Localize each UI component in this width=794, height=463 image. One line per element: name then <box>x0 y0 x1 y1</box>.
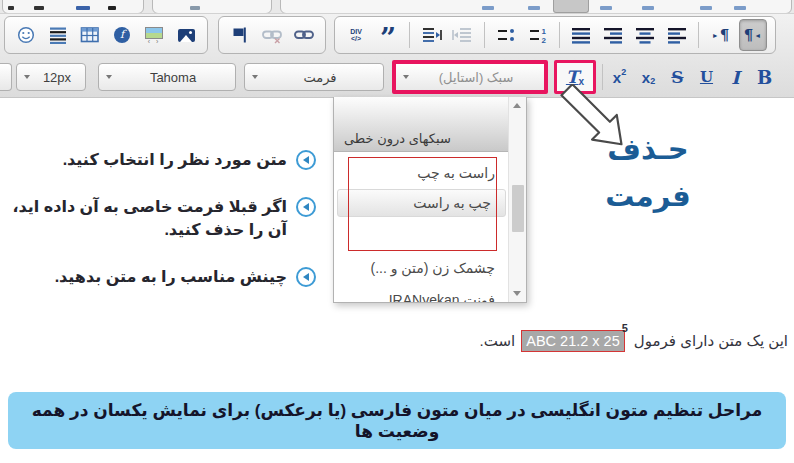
blockquote-icon: ” <box>380 32 396 46</box>
underline-icon: U <box>700 68 713 86</box>
pressed-button-fragment[interactable] <box>553 0 589 13</box>
pilcrow-glyph: ¶ <box>744 26 754 44</box>
font-size-select[interactable]: 12px <box>16 63 86 91</box>
page-lines-button[interactable] <box>45 20 71 50</box>
unlink-button[interactable] <box>259 20 285 50</box>
indent-rtl-button[interactable] <box>418 20 444 50</box>
font-family-select[interactable]: Tahoma <box>98 63 236 91</box>
style-dropdown-panel: سبکهای درون خطی راست به چپ چپ به راست چش… <box>333 97 527 303</box>
paragraph-rtl-button[interactable]: ¶◄ <box>739 19 767 51</box>
toolbar-separator <box>698 22 699 48</box>
footer-banner: مراحل تنظیم متون انگلیسی در میان متون فا… <box>8 392 786 449</box>
formula-suffix: است. <box>480 332 516 350</box>
bulleted-list-button[interactable] <box>493 20 519 50</box>
bullet-arrow-icon <box>296 197 316 217</box>
dropdown-group-header: سبکهای درون خطی <box>334 97 509 152</box>
ol-digit: 2 <box>542 36 547 44</box>
div-container-button[interactable]: DIV </> <box>343 20 369 50</box>
iframe-button[interactable]: ‹ › <box>141 20 167 50</box>
iframe-arrows: ‹ › <box>148 39 161 44</box>
scroll-up-icon[interactable] <box>513 103 521 108</box>
align-left-icon <box>666 26 688 44</box>
bulleted-list-icon <box>496 26 516 44</box>
icon-fragment <box>108 6 116 10</box>
font-family-value: Tahoma <box>119 70 235 85</box>
icon-fragment <box>34 6 44 10</box>
list-item: متن مورد نظر را انتخاب کنید. <box>6 148 316 171</box>
toolbar-separator <box>409 22 410 48</box>
editor-toolbar: f ‹ › <box>0 0 794 98</box>
icon-fragment <box>642 6 654 10</box>
blockquote-button[interactable]: ” <box>375 20 401 50</box>
div-code-glyph: </> <box>351 35 361 42</box>
align-right-icon <box>602 26 624 44</box>
ol-digit: 1 <box>542 27 547 36</box>
icon-fragment <box>482 6 494 10</box>
smiley-icon <box>16 25 36 45</box>
justify-icon <box>570 26 592 44</box>
unlink-icon <box>261 25 283 45</box>
icon-fragment <box>190 6 200 10</box>
superscript-digit: 2 <box>621 67 626 77</box>
dropdown-item-font-iranyekan[interactable]: فونت IRANyekan <box>334 287 509 303</box>
font-size-value: 12px <box>37 70 85 85</box>
anchor-flag-icon <box>230 25 250 45</box>
instruction-text: اگر قبلا فرمت خاصی به آن داده اید، آن را… <box>6 195 287 241</box>
bold-button[interactable]: B <box>750 63 779 91</box>
indent-rtl-icon <box>420 25 442 45</box>
flash-icon: f <box>114 27 130 43</box>
align-left-button[interactable] <box>664 20 690 50</box>
paragraph-format-select[interactable]: فرمت <box>244 63 384 91</box>
dropdown-item-rtl[interactable]: راست به چپ <box>334 160 509 186</box>
flash-button[interactable]: f <box>109 20 135 50</box>
chevron-down-icon <box>252 75 258 79</box>
style-select[interactable]: سبک (استایل) <box>392 60 548 94</box>
link-button[interactable] <box>291 20 317 50</box>
italic-button[interactable]: I <box>721 63 750 91</box>
scroll-down-icon[interactable] <box>513 291 521 296</box>
toolbar-group-fragment <box>2 0 144 14</box>
style-select-value: سبک (استایل) <box>416 70 544 85</box>
iframe-icon <box>145 27 163 39</box>
dropdown-item-blink[interactable]: چشمک زن (متن و ...) <box>334 255 509 281</box>
indent-ltr-button[interactable] <box>450 20 476 50</box>
formula-sample-line: این یک متن دارای فرمول ABC 21.2 x 25 5 ا… <box>480 330 788 352</box>
paragraph-ltr-icon: ►¶ <box>711 26 729 44</box>
strikethrough-button[interactable]: S <box>663 63 692 91</box>
smiley-button[interactable] <box>13 20 39 50</box>
div-container-icon: DIV <box>350 28 362 35</box>
paragraph-rtl-icon: ¶◄ <box>744 26 762 44</box>
scrollbar-thumb[interactable] <box>512 185 524 232</box>
icon-fragment <box>76 6 90 10</box>
dropdown-item-ltr[interactable]: چپ به راست <box>337 189 506 217</box>
align-center-button[interactable] <box>632 20 658 50</box>
numbered-list-button[interactable]: 1 2 <box>525 20 551 50</box>
dropdown-scrollbar[interactable] <box>508 97 526 302</box>
image-icon <box>178 29 195 42</box>
toolbar-separator <box>484 22 485 48</box>
link-icon <box>293 25 315 45</box>
bold-icon: B <box>757 67 772 88</box>
tri-glyph: ► <box>712 32 719 39</box>
toolbar-group-format: DIV </> ” <box>334 16 776 54</box>
chevron-down-icon <box>106 75 112 79</box>
align-right-button[interactable] <box>600 20 626 50</box>
icon-fragment <box>8 6 14 10</box>
cutoff-button-fragment <box>0 63 12 91</box>
list-item: اگر قبلا فرمت خاصی به آن داده اید، آن را… <box>6 195 316 241</box>
paragraph-ltr-button[interactable]: ►¶ <box>707 20 733 50</box>
chevron-down-icon <box>403 75 409 79</box>
table-button[interactable] <box>77 20 103 50</box>
tri-glyph: ◄ <box>754 32 761 39</box>
image-button[interactable] <box>173 20 199 50</box>
pilcrow-glyph: ¶ <box>720 26 730 44</box>
bullet-arrow-icon <box>296 150 316 170</box>
toolbar-row-fonts: 12px Tahoma فرمت سبک (استایل) Tx x2 <box>0 57 794 97</box>
icon-fragment <box>600 6 612 10</box>
justify-button[interactable] <box>568 20 594 50</box>
table-icon <box>80 26 100 44</box>
subscript-button[interactable]: x2 <box>634 63 663 91</box>
underline-button[interactable]: U <box>692 63 721 91</box>
anchor-button[interactable] <box>227 20 253 50</box>
list-item: چینش مناسب را به متن بدهید. <box>6 265 316 288</box>
